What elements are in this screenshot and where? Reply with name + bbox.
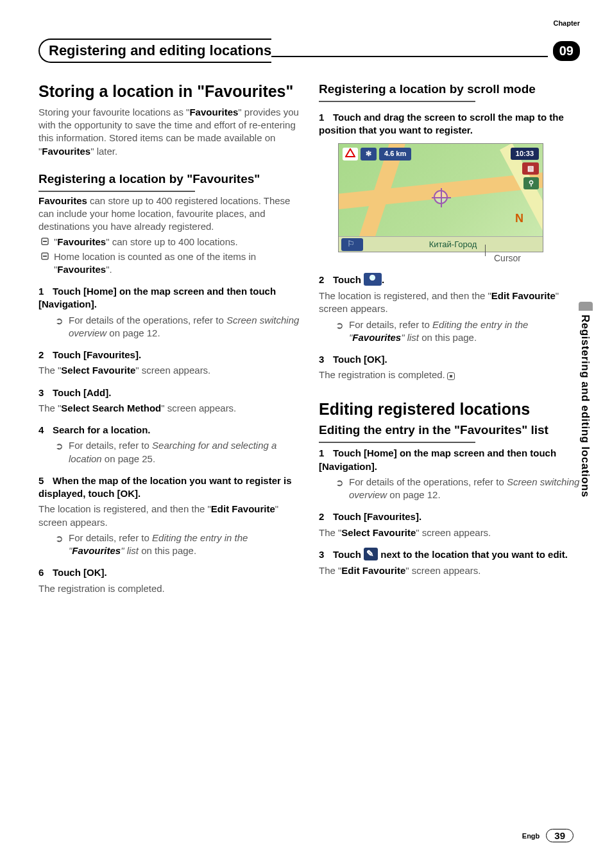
- step-title: Search for a location.: [53, 424, 151, 435]
- text: Storing your favourite locations as ": [38, 107, 189, 117]
- step-number: 3: [319, 353, 333, 366]
- bullet-icon: [41, 238, 49, 248]
- step-number: 1: [38, 285, 53, 298]
- map-pin-icon: ⚲: [523, 177, 539, 189]
- section-storing-title: Storing a location in "Favourites": [38, 82, 300, 101]
- footer-language: Engb: [522, 832, 540, 840]
- map-cursor-icon: [434, 190, 448, 204]
- text-bold: Favourites: [38, 195, 87, 206]
- header-rule: [271, 56, 548, 57]
- map-flag-button: [341, 238, 363, 251]
- step-1-right: 1Touch and drag the screen to scroll the…: [319, 111, 580, 137]
- step-number: 2: [319, 273, 333, 286]
- header-title: Registering and editing locations: [38, 39, 271, 63]
- bullet-item: "Favourites" can store up to 400 locatio…: [38, 236, 300, 248]
- side-tab-text: Registering and editing locations: [579, 311, 591, 498]
- step-body: The "Select Favourite" screen appears.: [319, 526, 580, 539]
- map-screenshot: ✻ 4.6 km 10:33 ▧ ⚲ N Китай-Город: [338, 143, 543, 252]
- reference-arrow-icon: ➲: [55, 532, 64, 558]
- step-number: 1: [319, 111, 333, 124]
- step-body: The "Select Search Method" screen appear…: [38, 402, 300, 415]
- page-footer: Engb 39: [522, 829, 574, 842]
- bullet-item: Home location is counted as one of the i…: [38, 250, 300, 277]
- map-satellite-icon: ✻: [361, 148, 377, 161]
- edit-step-2: 2Touch [Favourites]. The "Select Favouri…: [319, 510, 580, 539]
- edit-button-icon: [364, 548, 378, 560]
- reference-text: For details, refer to Editing the entry …: [69, 532, 300, 558]
- reference-arrow-icon: ➲: [55, 315, 64, 340]
- map-figure: ✻ 4.6 km 10:33 ▧ ⚲ N Китай-Город: [338, 143, 543, 265]
- reference-row: ➲ For details, refer to Searching for an…: [38, 439, 300, 465]
- text-bold: Favourites: [189, 107, 238, 117]
- divider: [319, 442, 475, 443]
- chapter-label: Chapter: [553, 19, 580, 27]
- divider: [38, 191, 195, 192]
- map-direction-icon: [343, 148, 358, 161]
- step-title: Touch [Favourites].: [53, 349, 141, 360]
- step-4: 4Search for a location. ➲ For details, r…: [38, 424, 300, 465]
- step-1: 1Touch [Home] on the map screen and then…: [38, 285, 300, 340]
- bullet-text: "Favourites" can store up to 400 locatio…: [54, 236, 300, 248]
- right-column: Registering a location by scroll mode 1T…: [319, 82, 580, 598]
- reference-text: For details, refer to Editing the entry …: [349, 318, 580, 345]
- edit-step-3: 3Touch next to the location that you wan…: [319, 548, 580, 577]
- reference-row: ➲ For details, refer to Editing the entr…: [319, 318, 580, 345]
- step-title: When the map of the location you want to…: [38, 475, 292, 499]
- favourites-capacity-paragraph: Favourites can store up to 400 registere…: [38, 195, 300, 234]
- step-body: The "Select Favourite" screen appears.: [38, 364, 300, 377]
- step-title: Touch next to the location that you want…: [333, 549, 568, 560]
- step-title: Touch and drag the screen to scroll the …: [319, 112, 564, 135]
- reference-arrow-icon: ➲: [55, 440, 64, 465]
- svg-marker-4: [346, 149, 355, 157]
- step-number: 2: [319, 510, 333, 523]
- page-header: Registering and editing locations 09: [38, 39, 580, 63]
- step-number: 4: [38, 424, 53, 437]
- reference-row: ➲ For details, refer to Editing the entr…: [38, 532, 300, 558]
- side-tab-cap: [579, 302, 593, 311]
- reference-row: ➲ For details of the operations, refer t…: [319, 476, 580, 502]
- reference-text: For details of the operations, refer to …: [69, 314, 300, 340]
- step-5: 5When the map of the location you want t…: [38, 474, 300, 558]
- divider: [319, 101, 475, 102]
- step-6: 6Touch [OK]. The registration is complet…: [38, 566, 300, 595]
- step-2: 2Touch [Favourites]. The "Select Favouri…: [38, 349, 300, 378]
- step-title: Touch [Favourites].: [333, 511, 421, 522]
- chapter-number-badge: 09: [553, 41, 580, 61]
- map-compass-icon: N: [515, 211, 523, 226]
- step-2-right: 2Touch . The location is registered, and…: [319, 273, 580, 344]
- step-number: 6: [38, 566, 53, 579]
- step-title: Touch [OK].: [53, 567, 107, 578]
- reference-text: For details, refer to Searching for and …: [69, 439, 300, 465]
- reference-row: ➲ For details of the operations, refer t…: [38, 314, 300, 340]
- map-location-name: Китай-Город: [363, 239, 543, 250]
- map-time-chip: 10:33: [511, 148, 539, 160]
- reference-text: For details of the operations, refer to …: [349, 476, 580, 502]
- edit-step-1: 1Touch [Home] on the map screen and then…: [319, 447, 580, 501]
- text-bold: Favourites: [42, 146, 90, 157]
- step-body: The registration is completed.: [38, 582, 300, 595]
- step-number: 3: [38, 386, 53, 399]
- reference-arrow-icon: ➲: [336, 319, 344, 345]
- reference-arrow-icon: ➲: [336, 476, 344, 502]
- step-body: The location is registered, and then the…: [319, 290, 580, 316]
- step-title: Touch [Home] on the map screen and then …: [319, 447, 556, 471]
- map-distance-chip: 4.6 km: [379, 148, 411, 161]
- left-column: Storing a location in "Favourites" Stori…: [38, 82, 300, 598]
- side-tab: Registering and editing locations: [579, 302, 593, 578]
- intro-paragraph: Storing your favourite locations as "Fav…: [38, 106, 300, 158]
- step-number: 1: [319, 447, 333, 460]
- svg-rect-3: [43, 256, 47, 257]
- bullet-icon: [41, 252, 49, 277]
- step-number: 5: [38, 474, 53, 487]
- step-title: Touch [OK].: [333, 354, 387, 365]
- step-number: 2: [38, 349, 53, 361]
- step-number: 3: [319, 548, 333, 561]
- text: " later.: [90, 146, 117, 157]
- step-title: Touch [Add].: [53, 387, 111, 398]
- map-traffic-icon: ▧: [522, 162, 539, 175]
- footer-page-number: 39: [546, 829, 574, 842]
- section-editing-title: Editing registered locations: [319, 400, 580, 419]
- step-body: The location is registered, and then the…: [38, 503, 300, 529]
- bullet-text: Home location is counted as one of the i…: [54, 250, 300, 277]
- pin-button-icon: [364, 273, 382, 286]
